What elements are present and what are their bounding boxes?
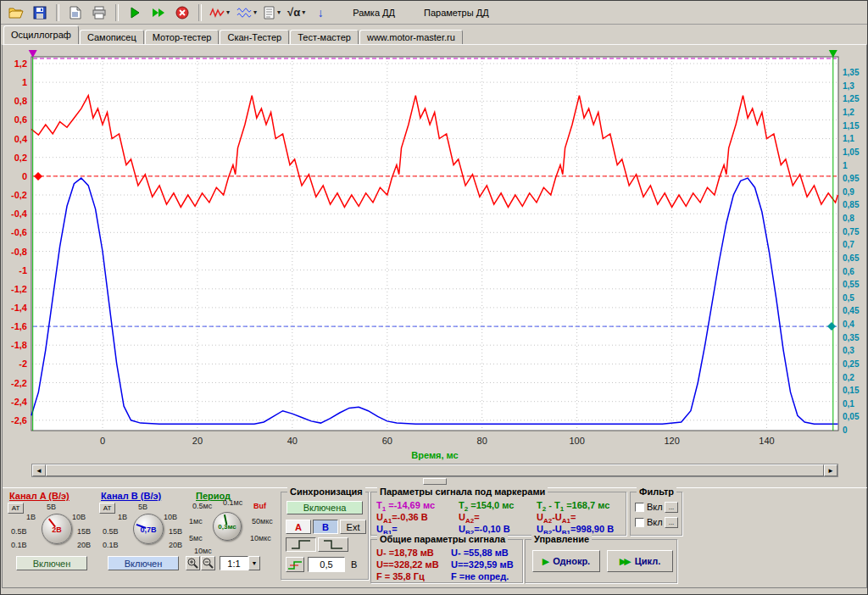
channel-a-range-01v[interactable]: 0.1В xyxy=(11,541,27,549)
channel-b-range-15v[interactable]: 15В xyxy=(169,527,182,536)
chevron-down-icon: ▾ xyxy=(277,8,281,16)
sync-level-input[interactable] xyxy=(308,557,345,572)
y-axis-left-tick: -1,8 xyxy=(11,340,27,350)
open-file-button[interactable] xyxy=(5,3,27,22)
zoom-out-button[interactable] xyxy=(201,556,215,570)
y-axis-right-tick: 0,9 xyxy=(843,187,854,197)
period-option-buf[interactable]: Buf xyxy=(253,502,266,510)
control-panel: Канал A (В/э) АТ 5В 1В 10В 0.5В 15В 0.1В… xyxy=(3,487,867,588)
sync-level-mode-button[interactable] xyxy=(286,557,304,572)
chart-scrollbar[interactable]: ◄ ► xyxy=(31,464,838,477)
sync-source-a-button[interactable]: A xyxy=(286,520,311,534)
channel-a-range-20v[interactable]: 20В xyxy=(77,541,91,549)
channel-a-title: Канал A (В/э) xyxy=(9,491,70,501)
ramka-dd-button[interactable]: Рамка ДД xyxy=(344,3,403,22)
period-option-1ms[interactable]: 1мс xyxy=(189,517,203,525)
math-menu-button[interactable]: √α▾ xyxy=(285,3,308,22)
tab-motor-tester[interactable]: Мотор-тестер xyxy=(145,30,220,45)
period-option-10us[interactable]: 10мкс xyxy=(250,534,271,542)
channel-b-range-10v[interactable]: 10В xyxy=(164,513,177,521)
period-option-01ms[interactable]: 0.1мс xyxy=(223,498,242,507)
filter-a-checkbox[interactable] xyxy=(635,503,644,512)
sync-power-button[interactable]: Включена xyxy=(287,501,363,514)
channel-a-signal-menu-button[interactable]: ▾ xyxy=(207,3,232,22)
channel-a-power-button[interactable]: Включен xyxy=(16,556,87,570)
params-dd-button[interactable]: Параметры ДД xyxy=(415,3,498,22)
filter-a-more-button[interactable]: ... xyxy=(665,502,678,513)
start-cycle-button[interactable] xyxy=(147,3,170,22)
y-axis-right-tick: 1,25 xyxy=(843,94,860,103)
report-button[interactable] xyxy=(64,3,86,22)
sync-slope-rising-button[interactable] xyxy=(286,537,316,552)
param-value: U==328,22 мВ xyxy=(376,559,451,570)
y-axis-left-tick: -0,8 xyxy=(11,247,27,257)
download-button[interactable]: ↓ xyxy=(309,3,331,22)
save-button[interactable] xyxy=(29,3,51,22)
sync-level-icon xyxy=(287,559,303,570)
scrollbar-thumb[interactable] xyxy=(46,464,824,476)
channel-b-range-20v[interactable]: 20В xyxy=(169,541,182,549)
period-option-05ms[interactable]: 0.5мс xyxy=(192,502,212,510)
oscilloscope-chart[interactable]: 1,210,80,60,40,20-0,2-0,4-0,6-0,8-1-1,2-… xyxy=(8,47,862,463)
y-axis-right-tick: 0,15 xyxy=(843,386,860,395)
single-run-label: Однокр. xyxy=(553,556,590,566)
chevron-down-icon: ▾ xyxy=(302,8,305,16)
signal-b-icon xyxy=(236,7,252,19)
channel-b-range-5v[interactable]: 5В xyxy=(138,503,147,511)
channel-b-range-knob[interactable]: 0,7В xyxy=(133,514,164,544)
channel-b-auto-button[interactable]: АТ xyxy=(99,503,115,514)
sync-slope-falling-button[interactable] xyxy=(318,537,348,552)
splitter-grip[interactable] xyxy=(423,478,447,485)
app-window: ▾ ▾ ▾ √α▾ ↓ Рамка ДД Параметры ДД Осцилл… xyxy=(0,0,868,595)
period-option-10ms[interactable]: 10мс xyxy=(194,547,212,555)
y-axis-left-tick: -0,2 xyxy=(11,190,27,200)
document-icon xyxy=(264,6,275,19)
channel-b-range-1v[interactable]: 1В xyxy=(118,513,127,521)
channel-a-auto-button[interactable]: АТ xyxy=(8,503,24,514)
chevron-down-icon: ▼ xyxy=(252,560,258,566)
tab-oscilloscope[interactable]: Осциллограф xyxy=(3,25,79,44)
tab-recorder[interactable]: Самописец xyxy=(80,30,144,45)
tab-test-master[interactable]: Тест-мастер xyxy=(290,30,359,45)
channel-a-range-10v[interactable]: 10В xyxy=(72,513,86,521)
scroll-right-button[interactable]: ► xyxy=(824,464,837,476)
print-button[interactable] xyxy=(88,3,110,22)
channel-b-range-01v[interactable]: 0.1В xyxy=(103,541,119,549)
document-menu-button[interactable]: ▾ xyxy=(261,3,283,22)
scroll-left-button[interactable]: ◄ xyxy=(32,464,46,476)
stop-button[interactable] xyxy=(171,3,193,22)
channel-a-range-5v[interactable]: 5В xyxy=(47,503,56,511)
channel-b-signal-menu-button[interactable]: ▾ xyxy=(234,3,259,22)
period-knob[interactable]: 0,3мс xyxy=(213,512,242,541)
zoom-in-button[interactable] xyxy=(186,556,200,570)
period-option-50us[interactable]: 50мкс xyxy=(252,517,273,525)
filter-b-checkbox[interactable] xyxy=(635,518,644,527)
sync-source-ext-button[interactable]: Ext xyxy=(340,520,366,534)
period-option-5ms[interactable]: 5мс xyxy=(189,534,203,542)
channel-b-power-button[interactable]: Включен xyxy=(108,556,179,570)
sync-source-b-button[interactable]: B xyxy=(313,520,338,534)
y-axis-right-tick: 0 xyxy=(843,425,848,435)
param-value: U- =18,78 мВ xyxy=(376,547,451,559)
tab-scan-tester[interactable]: Скан-Тестер xyxy=(220,30,289,45)
zoom-ratio-field[interactable]: 1:1 xyxy=(220,556,248,570)
y-axis-right-tick: 1,15 xyxy=(843,121,860,131)
zoom-ratio-dropdown-button[interactable]: ▼ xyxy=(248,556,260,570)
channel-a-range-knob[interactable]: 2В xyxy=(42,514,72,544)
single-run-button[interactable]: ▶Однокр. xyxy=(532,550,600,572)
channel-b-title: Канал B (В/э) xyxy=(101,491,161,501)
tab-website[interactable]: www.motor-master.ru xyxy=(359,30,463,45)
y-axis-left-tick: -2,2 xyxy=(11,378,27,388)
channel-a-range-05v[interactable]: 0.5В xyxy=(11,527,27,536)
start-cycle-icon xyxy=(151,6,166,19)
start-button[interactable] xyxy=(124,3,146,22)
channel-a-range-15v[interactable]: 15В xyxy=(77,527,91,536)
cycle-run-button[interactable]: ▶▶Цикл. xyxy=(607,550,673,572)
channel-a-range-1v[interactable]: 1В xyxy=(26,513,36,521)
x-axis-tick: 80 xyxy=(477,436,487,446)
channel-b-range-05v[interactable]: 0.5В xyxy=(103,527,119,536)
filter-b-more-button[interactable]: ... xyxy=(665,517,678,528)
param-value: U- =55,88 мВ xyxy=(451,547,509,559)
y-axis-left-tick: -2,6 xyxy=(11,415,27,425)
period-value: 0,3мс xyxy=(214,523,241,531)
